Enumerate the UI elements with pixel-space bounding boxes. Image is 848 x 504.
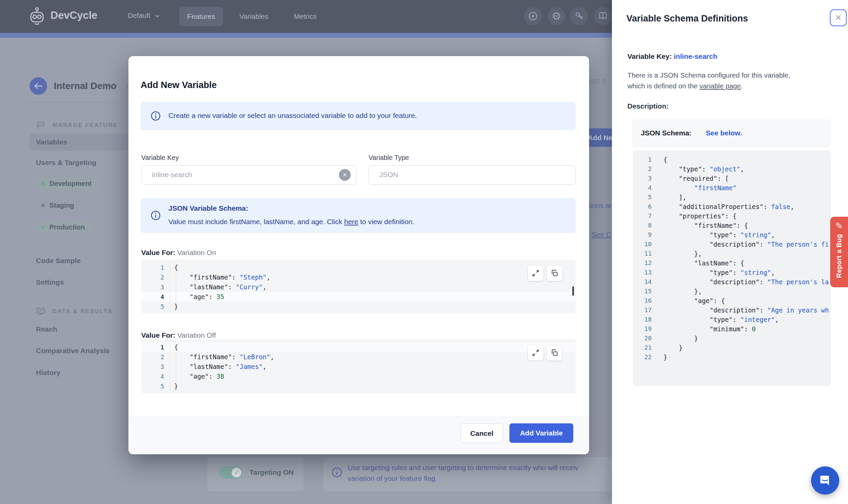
key-icon [574,11,584,21]
chevron-down-icon [155,14,160,18]
json-schema-code-block[interactable]: 1{2 "type": "object",3 "required": [4 "f… [633,150,831,386]
code-line[interactable]: 22} [633,353,831,362]
line-number: 3 [633,174,657,183]
expand-editor-button[interactable] [528,266,543,281]
code-line[interactable]: 4 "age": 35 [141,292,576,302]
code-line[interactable]: 2 "firstName": "LeBron", [141,352,576,362]
code-line[interactable]: 5 ], [633,193,831,202]
settings-button[interactable]: ⚙ [548,7,566,25]
variation-off-json-editor[interactable]: 1{2 "firstName": "LeBron",3 "lastName": … [141,339,576,393]
sidebar-item-comparative-analysis[interactable]: Comparative Analysis [36,347,110,355]
variable-key-link[interactable]: inline-search [674,52,717,60]
variable-page-link[interactable]: variable page [699,82,741,90]
code-line[interactable]: 15 }, [633,287,831,296]
close-panel-button[interactable]: ✕ [830,10,847,26]
sidebar-item-code-sample[interactable]: Code Sample [36,257,81,265]
env-status-dot [41,226,45,229]
sidebar-item-users-targeting[interactable]: Users & Targeting [36,159,96,167]
code-line[interactable]: 18 "type": "integer", [633,315,831,324]
report-bug-tab[interactable]: ✎ Report a Bug [830,217,848,287]
scrollbar-thumb[interactable] [572,286,574,296]
code-line[interactable]: 16 "age": { [633,296,831,305]
code-line[interactable]: 12 "lastName": { [633,258,831,268]
schema-definition-link[interactable]: here [344,218,359,226]
code-line[interactable]: 1{ [141,263,576,272]
sidebar-item-settings[interactable]: Settings [36,278,64,286]
sidebar-item-history[interactable]: History [36,368,60,377]
targeting-info-card [324,457,614,491]
copy-editor-button[interactable] [547,345,562,361]
code-line[interactable]: 5} [141,381,576,391]
code-line[interactable]: 8 "firstName": { [633,221,831,230]
line-number: 17 [633,305,657,315]
code-line[interactable]: 21 } [633,343,831,353]
sidebar-env-development[interactable]: Development [36,177,99,190]
targeting-toggle[interactable]: ✓ [219,466,243,479]
cancel-button[interactable]: Cancel [461,424,503,443]
code-line[interactable]: 3 "lastName": "James", [141,362,576,372]
divider [170,342,170,391]
code-line[interactable]: 14 "description": "The person's la [633,277,831,287]
targeting-info-line2: variation of your feature flag. [348,474,614,483]
copy-icon [550,349,558,357]
chat-widget-button[interactable] [811,466,839,494]
line-number: 5 [141,381,169,391]
tab-features[interactable]: Features [179,7,223,26]
sidebar-item-variables[interactable]: Variables [30,134,128,150]
modal-title: Add New Variable [141,80,217,90]
code-line[interactable]: 11 }, [633,249,831,258]
sidebar-env-production[interactable]: Production [36,221,92,233]
sidebar-env-staging[interactable]: Staging [36,199,81,211]
line-number: 4 [141,292,169,302]
tab-metrics[interactable]: Metrics [289,7,322,26]
info-text-fragment: tions ar [588,202,614,210]
sidebar-item-label: History [36,368,60,376]
code-line[interactable]: 2 "type": "object", [633,164,831,174]
line-number: 1 [141,263,169,272]
code-line[interactable]: 20 } [633,334,831,343]
copy-editor-button[interactable] [547,266,562,281]
line-number: 15 [633,287,657,296]
code-line[interactable]: 3 "required": [ [633,174,831,183]
org-dropdown[interactable]: Default [128,12,160,19]
code-line[interactable]: 7 "properties": { [633,211,831,221]
code-line[interactable]: 9 "type": "string", [633,230,831,239]
variable-type-select[interactable] [368,165,576,184]
sidebar-item-reach[interactable]: Reach [36,325,57,333]
variable-type-label: Variable Type [368,154,409,162]
env-label: Production [49,223,85,231]
code-line[interactable]: 17 "description": "Age in years wh [633,305,831,315]
code-line[interactable]: 4 "firstName" [633,183,831,193]
code-line[interactable]: 10 "description": "The person's fi [633,239,831,249]
code-line[interactable]: 13 "type": "string", [633,268,831,277]
code-line[interactable]: 4 "age": 38 [141,372,576,381]
value-for-variation-on-label: Value For: Variation On [141,249,216,257]
code-line[interactable]: 19 "minimum": 0 [633,324,831,334]
clear-input-icon[interactable]: ✕ [339,169,351,181]
sidebar-item-label: Users & Targeting [36,159,96,166]
value-for-variation-off-label: Value For: Variation Off [141,331,216,339]
line-number: 13 [633,268,657,277]
code-line[interactable]: 1{ [633,155,831,164]
docs-button[interactable] [594,7,612,25]
variation-on-json-editor[interactable]: 1{2 "firstName": "Steph",3 "lastName": "… [141,260,576,313]
sidebar-item-label: Variables [36,138,67,146]
code-line[interactable]: 5} [141,302,576,311]
add-variable-button[interactable]: Add Variable [509,424,573,443]
indent-guide [176,273,176,302]
expand-editor-button[interactable] [528,345,543,361]
section-header-label: MANAGE FEATURE [52,122,118,129]
code-line[interactable]: 2 "firstName": "Steph", [141,272,576,282]
tab-variables[interactable]: Variables [234,7,274,26]
api-keys-button[interactable] [570,7,588,25]
see-below-link[interactable]: See below. [706,129,742,137]
code-line[interactable]: 1{ [141,342,576,352]
code-line[interactable]: 6 "additionalProperties": false, [633,202,831,211]
flag-icon [36,120,46,130]
back-button[interactable] [30,77,47,95]
add-new-variable-button-fragment[interactable]: Add Ne [585,128,615,147]
code-line[interactable]: 3 "lastName": "Curry", [141,282,576,292]
info-icon [151,111,161,121]
devcycle-logo-icon [29,7,48,26]
create-button[interactable] [524,7,542,25]
